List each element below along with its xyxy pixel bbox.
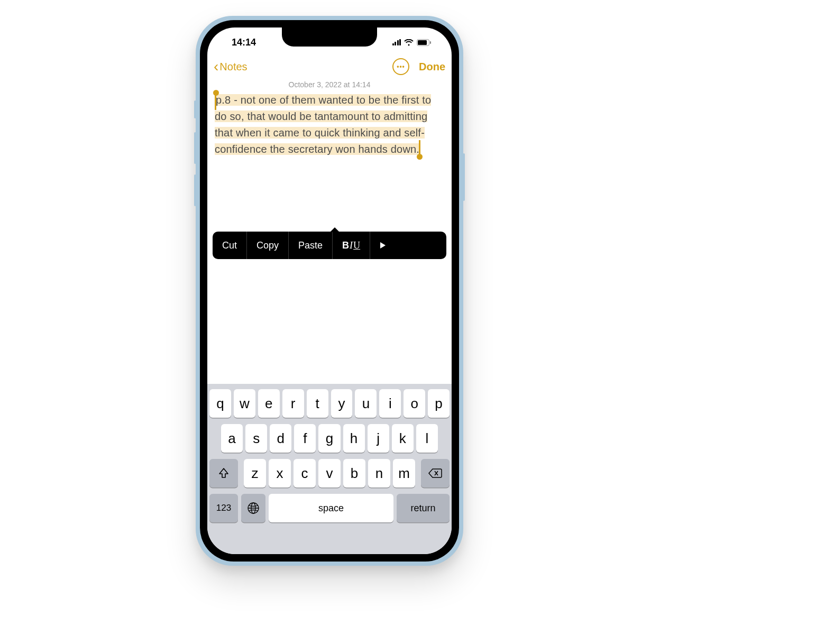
selection-caret-start xyxy=(215,95,216,110)
underline-icon: U xyxy=(353,240,360,251)
cut-menu-item[interactable]: Cut xyxy=(213,232,247,259)
key-i[interactable]: i xyxy=(379,389,401,418)
copy-menu-item[interactable]: Copy xyxy=(247,232,289,259)
notch xyxy=(282,27,377,47)
menu-arrow-icon xyxy=(330,227,340,232)
shift-icon xyxy=(218,467,230,479)
key-s[interactable]: s xyxy=(245,424,267,453)
key-r[interactable]: r xyxy=(282,389,304,418)
back-label: Notes xyxy=(219,61,247,73)
selection-handle-end[interactable] xyxy=(417,154,423,160)
key-e[interactable]: e xyxy=(258,389,280,418)
globe-key[interactable] xyxy=(241,494,265,522)
key-y[interactable]: y xyxy=(331,389,353,418)
italic-icon: I xyxy=(350,240,353,251)
svg-rect-1 xyxy=(418,40,427,45)
volume-up xyxy=(194,132,196,164)
key-x[interactable]: x xyxy=(269,459,291,487)
selected-text[interactable]: p.8 - not one of them wanted to be the f… xyxy=(215,94,431,155)
key-z[interactable]: z xyxy=(244,459,266,487)
key-f[interactable]: f xyxy=(294,424,316,453)
power-button xyxy=(463,153,465,201)
key-d[interactable]: d xyxy=(270,424,291,453)
triangle-right-icon xyxy=(380,242,386,249)
chevron-left-icon: ‹ xyxy=(214,59,218,74)
text-context-menu: Cut Copy Paste BIU xyxy=(213,232,446,259)
key-k[interactable]: k xyxy=(392,424,414,453)
key-a[interactable]: a xyxy=(221,424,243,453)
note-editor[interactable]: p.8 - not one of them wanted to be the f… xyxy=(207,89,452,158)
backspace-key[interactable] xyxy=(421,459,450,487)
key-j[interactable]: j xyxy=(368,424,389,453)
volume-down xyxy=(194,174,196,206)
key-q[interactable]: q xyxy=(209,389,231,418)
note-content: p.8 - not one of them wanted to be the f… xyxy=(215,94,431,155)
key-b[interactable]: b xyxy=(343,459,365,487)
phone-frame: 14:14 ‹ Notes xyxy=(196,16,463,566)
mute-switch xyxy=(194,100,196,118)
status-icons xyxy=(392,36,437,46)
done-button[interactable]: Done xyxy=(419,61,445,73)
paste-menu-item[interactable]: Paste xyxy=(289,232,333,259)
shift-key[interactable] xyxy=(209,459,238,487)
key-n[interactable]: n xyxy=(368,459,390,487)
key-g[interactable]: g xyxy=(318,424,340,453)
bold-icon: B xyxy=(342,240,349,251)
backspace-icon xyxy=(428,468,442,479)
key-u[interactable]: u xyxy=(355,389,377,418)
keyboard: qwertyuiop asdfghjkl zxcvbnm 123 xyxy=(207,384,452,554)
key-p[interactable]: p xyxy=(428,389,450,418)
cellular-signal-icon xyxy=(392,39,401,45)
format-menu-item[interactable]: BIU xyxy=(333,232,370,259)
space-key[interactable]: space xyxy=(269,494,393,522)
key-t[interactable]: t xyxy=(307,389,328,418)
battery-icon xyxy=(417,39,432,46)
svg-rect-2 xyxy=(430,41,431,44)
key-l[interactable]: l xyxy=(416,424,438,453)
back-button[interactable]: ‹ Notes xyxy=(214,59,248,74)
numbers-key[interactable]: 123 xyxy=(209,494,238,522)
globe-icon xyxy=(247,502,260,514)
return-key[interactable]: return xyxy=(397,494,450,522)
phone-bezel: 14:14 ‹ Notes xyxy=(200,20,459,562)
key-c[interactable]: c xyxy=(294,459,316,487)
selection-caret-end xyxy=(419,140,420,155)
more-menu-item[interactable] xyxy=(370,232,396,259)
key-w[interactable]: w xyxy=(234,389,255,418)
more-options-button[interactable]: ••• xyxy=(392,58,409,75)
key-m[interactable]: m xyxy=(393,459,415,487)
wifi-icon xyxy=(404,39,414,46)
key-h[interactable]: h xyxy=(343,424,365,453)
key-o[interactable]: o xyxy=(404,389,425,418)
nav-bar: ‹ Notes ••• Done xyxy=(207,54,452,79)
status-time: 14:14 xyxy=(222,34,256,48)
selection-handle-start[interactable] xyxy=(213,90,219,96)
note-timestamp: October 3, 2022 at 14:14 xyxy=(207,80,452,89)
key-v[interactable]: v xyxy=(318,459,341,487)
screen: 14:14 ‹ Notes xyxy=(207,27,452,554)
